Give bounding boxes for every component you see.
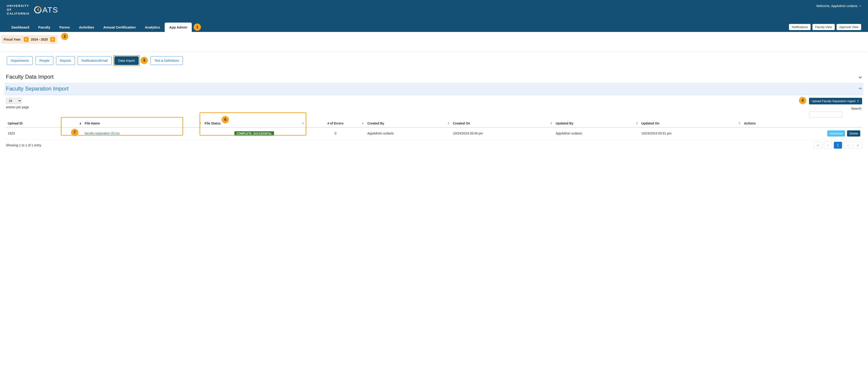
- search-input[interactable]: [809, 111, 842, 117]
- faculty-separation-import-body: 25 entries per page 4 Upload Faculty Sep…: [5, 95, 863, 151]
- col-created-by[interactable]: Created By▲▼: [366, 119, 451, 127]
- pager-prev[interactable]: ‹: [824, 142, 832, 149]
- nav-tab-activities[interactable]: Activities: [74, 23, 99, 32]
- fiscal-year-selector: Fiscal Year: < 2024 - 2025 >: [1, 35, 57, 44]
- faculty-separation-import-header[interactable]: Faculty Separation Import: [5, 83, 863, 95]
- chevron-up-icon: [859, 88, 862, 90]
- col-updated-on[interactable]: Updated On▲▼: [640, 119, 742, 127]
- faculty-data-import-header[interactable]: Faculty Data Import: [5, 71, 863, 83]
- pager-next[interactable]: ›: [844, 142, 852, 149]
- table-row: 1923 faculty-separation (5).tsv COMPLETE…: [6, 127, 862, 139]
- clock-icon: [33, 5, 43, 15]
- cell-errors: 0: [306, 127, 366, 139]
- subtab-people[interactable]: People: [35, 56, 53, 65]
- page-size-select[interactable]: 25: [6, 98, 22, 104]
- approver-view-button[interactable]: Approver View: [837, 24, 861, 30]
- pager-page-1[interactable]: 1: [834, 142, 842, 149]
- fiscal-prev-button[interactable]: <: [24, 37, 29, 42]
- status-badge: COMPLETE_SUCCESSFUL: [235, 131, 274, 136]
- download-button[interactable]: Download: [827, 131, 845, 137]
- col-file-status[interactable]: File Status▲▼: [203, 119, 306, 127]
- admin-subtabs: Departments People Reports Notifications…: [1, 56, 867, 65]
- cell-created-on: 10/24/2024 05:49 pm: [451, 127, 554, 139]
- sort-icon: ▲▼: [738, 122, 741, 125]
- callout-1: 1: [194, 24, 201, 31]
- uc-logo: UNIVERSITY OF CALIFORNIA: [7, 4, 30, 16]
- col-errors[interactable]: # of Errors▲▼: [306, 119, 366, 127]
- col-upload-id[interactable]: Upload ID▲▼: [6, 119, 83, 127]
- user-menu[interactable]: Welcome, AppAdmin ucdavis: [816, 4, 861, 8]
- col-actions: Actions: [742, 119, 862, 127]
- entries-label: entries per page: [6, 105, 29, 109]
- subtab-reports[interactable]: Reports: [56, 56, 75, 65]
- fiscal-next-button[interactable]: >: [50, 37, 55, 42]
- cell-updated-by: AppAdmin ucdavis: [554, 127, 640, 139]
- pager-last[interactable]: »: [854, 142, 862, 149]
- app-header: UNIVERSITY OF CALIFORNIA ATS Welcome, Ap…: [0, 0, 868, 32]
- nav-tab-faculty[interactable]: Faculty: [34, 23, 55, 32]
- chevron-down-icon: [859, 76, 862, 78]
- callout-4: 4: [799, 97, 806, 104]
- callout-2: 2: [61, 33, 68, 40]
- pagination: « ‹ 1 › »: [814, 142, 862, 149]
- subtab-text-definitions[interactable]: Text & Definitions: [151, 56, 183, 65]
- cell-created-by: AppAdmin ucdavis: [366, 127, 451, 139]
- sort-icon: ▲▼: [447, 122, 450, 125]
- fiscal-year-label: Fiscal Year:: [4, 38, 22, 41]
- delete-button[interactable]: Delete: [847, 131, 860, 137]
- nav-tab-dashboard[interactable]: Dashboard: [7, 23, 34, 32]
- subtab-notifications-email[interactable]: Notifications/Email: [78, 56, 112, 65]
- faculty-view-button[interactable]: Faculty View: [812, 24, 835, 30]
- col-file-name[interactable]: File Name▲▼: [83, 119, 203, 127]
- pager-first[interactable]: «: [814, 142, 822, 149]
- col-created-on[interactable]: Created On▲▼: [451, 119, 554, 127]
- download-icon: ⇩: [857, 99, 859, 103]
- nav-tab-analytics[interactable]: Analytics: [140, 23, 165, 32]
- sort-icon: ▲▼: [636, 122, 638, 125]
- sort-icon: ▲▼: [550, 122, 553, 125]
- nav-tab-app-admin[interactable]: App Admin: [165, 23, 192, 32]
- sort-icon: ▲▼: [79, 122, 82, 125]
- sort-icon: ▲▼: [362, 122, 364, 125]
- upload-faculty-separation-button[interactable]: Upload Faculty Separation Ingest ⇩: [809, 98, 862, 105]
- cell-upload-id: 1923: [6, 127, 83, 139]
- logo-group: UNIVERSITY OF CALIFORNIA ATS: [7, 4, 58, 16]
- oats-text: ATS: [42, 5, 58, 15]
- oats-logo: ATS: [34, 5, 58, 15]
- entries-per-page-control: 25 entries per page: [6, 98, 29, 109]
- nav-tab-forms[interactable]: Forms: [55, 23, 74, 32]
- notifications-button[interactable]: Notifications: [789, 24, 811, 30]
- sort-icon: ▲▼: [199, 122, 202, 125]
- nav-tab-annual-certification[interactable]: Annual Certification: [99, 23, 140, 32]
- ingest-table: Upload ID▲▼ File Name▲▼ File Status▲▼ # …: [6, 119, 862, 140]
- section-title: Faculty Data Import: [6, 74, 54, 80]
- main-nav: Dashboard Faculty Forms Activities Annua…: [7, 23, 192, 32]
- sort-icon: ▲▼: [302, 122, 304, 125]
- callout-3: 3: [141, 57, 148, 64]
- showing-entries: Showing 1 to 1 of 1 entry: [6, 143, 41, 147]
- subtab-data-import[interactable]: Data Import: [114, 56, 139, 65]
- file-name-link[interactable]: faculty-separation (5).tsv: [85, 132, 120, 135]
- fiscal-year-value: 2024 - 2025: [31, 38, 48, 41]
- section-title: Faculty Separation Import: [6, 85, 68, 92]
- subtab-departments[interactable]: Departments: [7, 56, 33, 65]
- nav-action-buttons: Notifications Faculty View Approver View: [789, 24, 861, 32]
- cell-updated-on: 10/24/2024 05:51 pm: [640, 127, 742, 139]
- search-label: Search:: [851, 107, 862, 110]
- col-updated-by[interactable]: Updated By▲▼: [554, 119, 640, 127]
